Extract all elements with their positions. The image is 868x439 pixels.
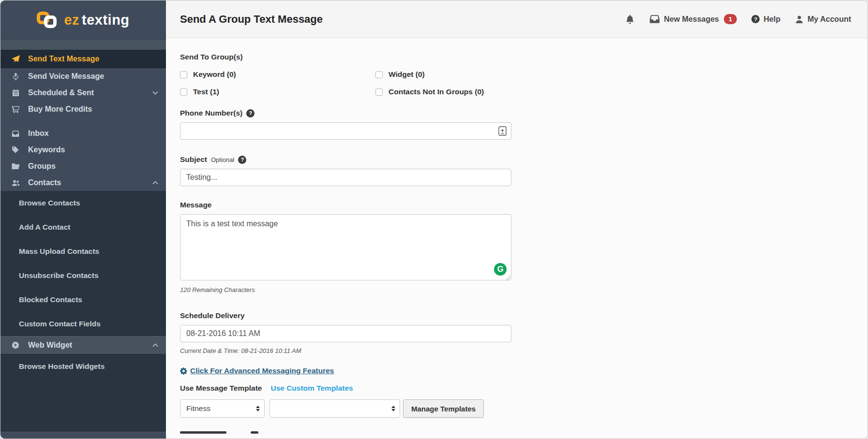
phone-numbers-input[interactable] [180,122,511,140]
message-label: Message [180,200,511,210]
sidebar-item-web-widget[interactable]: Web Widget [0,336,166,354]
sidebar-item-contacts[interactable]: Contacts [0,175,166,191]
template-category-select[interactable]: Fitness [180,399,265,418]
logo-rings-icon [37,12,59,28]
chevron-up-icon [152,181,158,185]
logo-text: eztexting [64,12,129,28]
folder-icon [10,163,21,170]
checkbox[interactable] [180,88,187,96]
manage-templates-button[interactable]: Manage Templates [403,399,484,418]
sidebar-item-add-a-contact[interactable]: Add A Contact [0,215,166,239]
gear-icon [180,367,187,375]
sidebar-group-gap [0,117,166,125]
remaining-characters-note: 120 Remaining Characters [180,286,511,294]
globe-widget-icon [10,341,21,349]
form-area: Send To Group(s) Keyword (0) Widget (0) … [166,38,868,439]
web-widget-submenu: Browse Hosted Widgets [0,354,166,379]
microphone-icon [10,73,21,80]
users-icon [10,179,21,187]
bell-icon[interactable] [625,15,635,24]
select-arrows-icon [256,406,260,411]
sidebar-item-send-voice-message[interactable]: Send Voice Message [0,68,166,85]
checkbox[interactable] [375,88,383,96]
message-textarea[interactable]: This is a test text message [180,214,511,280]
sidebar-item-buy-more-credits[interactable]: Buy More Credits [0,101,166,117]
person-icon [795,15,804,24]
message-wrap: This is a test text message [180,214,511,282]
sidebar-item-browse-contacts[interactable]: Browse Contacts [0,191,166,215]
schedule-delivery-label: Schedule Delivery [180,310,511,321]
group-checkbox-widget[interactable]: Widget (0) [375,69,511,80]
chevron-up-icon [152,343,158,347]
phone-input-wrap [180,122,511,140]
top-bar-actions: New Messages 1 Help My Account [625,14,851,24]
inbox-icon [10,130,21,137]
question-circle-icon [751,15,760,23]
app-window: eztexting Send Text Message Send Voice M… [0,0,868,439]
sidebar-item-send-text-message[interactable]: Send Text Message [0,50,166,68]
shopping-cart-icon [10,105,21,113]
resize-handle[interactable] [506,276,510,280]
select-arrows-icon [391,406,395,411]
sidebar-divider-strip [0,39,166,50]
sidebar-item-browse-hosted-widgets[interactable]: Browse Hosted Widgets [0,354,166,379]
subject-label: Subject Optional [180,154,511,165]
my-account-label: My Account [808,15,851,24]
send-to-groups-label: Send To Group(s) [180,52,511,62]
advanced-messaging-link[interactable]: Click For Advanced Messaging Features [180,366,511,375]
group-checkbox-contacts-not-in-groups[interactable]: Contacts Not In Groups (0) [375,87,511,97]
sidebar-footer-strip [0,432,166,439]
template-label-row: Use Message Template Use Custom Template… [180,383,511,394]
calendar-icon [10,89,21,97]
help-icon[interactable] [246,109,254,117]
sidebar-item-groups[interactable]: Groups [0,158,166,175]
help-label: Help [763,15,780,24]
subject-input[interactable] [180,169,511,186]
new-messages-badge: 1 [724,14,737,24]
group-checkbox-keyword[interactable]: Keyword (0) [180,69,375,80]
schedule-delivery-input[interactable] [180,325,511,342]
cutoff-partial-row [180,431,277,435]
page-title: Send A Group Text Message [180,13,323,26]
sidebar-filler [0,379,166,432]
group-checkbox-test[interactable]: Test (1) [180,87,375,97]
sidebar-item-blocked-contacts[interactable]: Blocked Contacts [0,288,166,312]
sidebar-item-custom-contact-fields[interactable]: Custom Contact Fields [0,312,166,336]
sidebar-item-mass-upload-contacts[interactable]: Mass Upload Contacts [0,239,166,263]
sidebar-item-unsubscribe-contacts[interactable]: Unsubscribe Contacts [0,263,166,288]
content-area: Send A Group Text Message New Messages 1… [166,0,868,439]
current-datetime-note: Current Date & Time: 08-21-2016 10:11 AM [180,347,511,355]
template-select[interactable] [269,399,400,418]
my-account-button[interactable]: My Account [795,15,851,24]
messages-inbox-icon [649,15,660,24]
chevron-down-icon [152,91,158,95]
sidebar-item-scheduled-sent[interactable]: Scheduled & Sent [0,85,166,101]
paper-plane-icon [10,55,21,63]
sidebar-item-keywords[interactable]: Keywords [0,142,166,158]
ez-texting-logo[interactable]: eztexting [0,0,166,39]
grammarly-icon[interactable] [494,263,507,276]
new-messages-button[interactable]: New Messages 1 [649,14,737,24]
checkbox[interactable] [180,71,187,78]
sidebar: eztexting Send Text Message Send Voice M… [0,0,166,439]
tags-icon [10,146,21,154]
group-checkbox-grid: Keyword (0) Widget (0) Test (1) Contacts… [180,69,511,97]
top-bar: Send A Group Text Message New Messages 1… [166,0,868,38]
use-message-template-label: Use Message Template [180,384,262,393]
subject-optional-label: Optional [211,156,234,163]
contacts-submenu: Browse Contacts Add A Contact Mass Uploa… [0,191,166,336]
import-contacts-icon[interactable] [498,126,507,136]
help-icon[interactable] [238,156,246,164]
use-custom-templates-link[interactable]: Use Custom Templates [270,384,353,393]
checkbox[interactable] [375,71,383,78]
sidebar-item-inbox[interactable]: Inbox [0,125,166,142]
help-button[interactable]: Help [751,15,780,24]
phone-numbers-label: Phone Number(s) [180,108,511,118]
template-select-row: Fitness Manage Templates [180,399,511,418]
new-messages-label: New Messages [664,15,719,24]
